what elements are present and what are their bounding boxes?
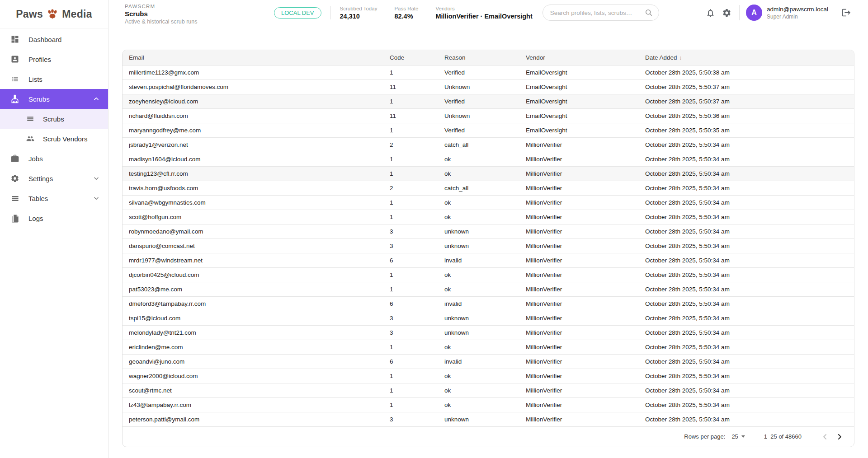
cell-email: danspurio@comcast.net: [123, 238, 383, 253]
pagination-prev-button[interactable]: [818, 430, 832, 444]
pagination-next-button[interactable]: [832, 430, 847, 444]
cell-code: 1: [383, 340, 438, 354]
cell-date: October 28th 2025, 5:50:34 am: [639, 137, 854, 152]
settings-gear-icon[interactable]: [718, 5, 735, 21]
stat-label: Pass Rate: [394, 6, 418, 11]
cell-email: dmeford3@tampabay.rr.com: [123, 296, 383, 311]
cell-code: 1: [383, 195, 438, 210]
cell-code: 1: [383, 210, 438, 224]
cell-reason: ok: [438, 267, 519, 282]
table-row[interactable]: jsbrady1@verizon.net2catch_allMillionVer…: [123, 137, 854, 152]
sidebar-nav: Dashboard Profiles Lists Scrubs: [0, 28, 108, 228]
table-row[interactable]: richard@fluiddsn.com11UnknownEmailOversi…: [123, 108, 854, 123]
table-row[interactable]: maryanngodfrey@me.com1VerifiedEmailOvers…: [123, 123, 854, 137]
notifications-bell-icon[interactable]: [702, 5, 718, 21]
sidebar-item-profiles[interactable]: Profiles: [0, 49, 108, 69]
table-row[interactable]: madisyn1604@icloud.com1okMillionVerifier…: [123, 152, 854, 166]
table-row[interactable]: peterson.patti@ymail.com3unknownMillionV…: [123, 412, 854, 426]
cell-date: October 28th 2025, 5:50:38 am: [639, 65, 854, 79]
cell-code: 1: [383, 267, 438, 282]
cell-code: 1: [383, 166, 438, 181]
table-row[interactable]: zoeyhensley@icloud.com1VerifiedEmailOver…: [123, 94, 854, 108]
cell-vendor: MillionVerifier: [519, 311, 639, 325]
sidebar: Paws Media Dashboard Profiles: [0, 0, 108, 458]
column-header-reason[interactable]: Reason: [438, 50, 519, 65]
scrubs-table: Email Code Reason Vendor Date Added↓ mil…: [123, 50, 854, 427]
sidebar-item-label: Dashboard: [28, 36, 61, 43]
cell-code: 6: [383, 354, 438, 369]
cell-reason: invalid: [438, 253, 519, 267]
logo-text-right: Media: [62, 8, 92, 20]
column-header-date-added[interactable]: Date Added↓: [639, 50, 854, 65]
table-row[interactable]: lz43@tampabay.rr.com1okMillionVerifierOc…: [123, 397, 854, 412]
cell-code: 1: [383, 282, 438, 296]
table-row[interactable]: scott@hoffgun.com1okMillionVerifierOctob…: [123, 210, 854, 224]
rows-per-page-select[interactable]: 25: [731, 433, 745, 440]
cell-email: mrdr1977@windstream.net: [123, 253, 383, 267]
table-row[interactable]: silvana@wbgymnastics.com1okMillionVerifi…: [123, 195, 854, 210]
cell-code: 3: [383, 412, 438, 426]
cell-vendor: MillionVerifier: [519, 210, 639, 224]
sidebar-item-lists[interactable]: Lists: [0, 69, 108, 89]
chevron-up-icon: [93, 95, 100, 103]
sidebar-item-scrubs[interactable]: Scrubs: [0, 89, 108, 109]
table-row[interactable]: djcorbin0425@icloud.com1okMillionVerifie…: [123, 267, 854, 282]
stat-scrubbed-today: Scrubbed Today 24,310: [340, 6, 377, 20]
logo: Paws Media: [0, 0, 108, 28]
table-row[interactable]: mrdr1977@windstream.net6invalidMillionVe…: [123, 253, 854, 267]
cell-vendor: MillionVerifier: [519, 383, 639, 397]
logout-icon[interactable]: [838, 5, 854, 21]
pagination-range: 1–25 of 48660: [764, 433, 802, 440]
cell-reason: unknown: [438, 311, 519, 325]
column-header-email[interactable]: Email: [123, 50, 383, 65]
sidebar-item-tables[interactable]: Tables: [0, 188, 108, 208]
cell-vendor: MillionVerifier: [519, 152, 639, 166]
cell-reason: ok: [438, 369, 519, 383]
cell-vendor: MillionVerifier: [519, 325, 639, 340]
table-row[interactable]: travis.horn@usfoods.com2catch_allMillion…: [123, 181, 854, 195]
table-row[interactable]: ericlinden@me.com1okMillionVerifierOctob…: [123, 340, 854, 354]
avatar[interactable]: A: [746, 5, 762, 21]
cell-vendor: EmailOversight: [519, 79, 639, 94]
cell-vendor: MillionVerifier: [519, 267, 639, 282]
sidebar-item-jobs[interactable]: Jobs: [0, 149, 108, 168]
search-input[interactable]: [550, 9, 644, 16]
cell-date: October 28th 2025, 5:50:34 am: [639, 296, 854, 311]
sidebar-item-logs[interactable]: Logs: [0, 208, 108, 228]
cell-email: tspi15@icloud.com: [123, 311, 383, 325]
table-row[interactable]: scout@rtmc.net1okMillionVerifierOctober …: [123, 383, 854, 397]
table-row[interactable]: geoandvi@juno.com6invalidMillionVerifier…: [123, 354, 854, 369]
cell-date: October 28th 2025, 5:50:37 am: [639, 94, 854, 108]
cell-code: 6: [383, 253, 438, 267]
table-row[interactable]: wagner2000@icloud.com1okMillionVerifierO…: [123, 369, 854, 383]
sidebar-subitem-label: Scrubs: [43, 115, 64, 123]
cell-reason: unknown: [438, 224, 519, 238]
sidebar-item-dashboard[interactable]: Dashboard: [0, 29, 108, 49]
table-header-row: Email Code Reason Vendor Date Added↓: [123, 50, 854, 65]
table-row[interactable]: danspurio@comcast.net3unknownMillionVeri…: [123, 238, 854, 253]
table-row[interactable]: melondylady@tnt21.com3unknownMillionVeri…: [123, 325, 854, 340]
table-row[interactable]: millertime1123@gmx.com1VerifiedEmailOver…: [123, 65, 854, 79]
chevron-down-icon: [93, 195, 100, 202]
scrubs-table-card: Email Code Reason Vendor Date Added↓ mil…: [122, 50, 854, 447]
chevron-down-icon: [93, 175, 100, 182]
cell-reason: ok: [438, 195, 519, 210]
table-row[interactable]: testing123@cfl.rr.com1okMillionVerifierO…: [123, 166, 854, 181]
table-row[interactable]: dmeford3@tampabay.rr.com6invalidMillionV…: [123, 296, 854, 311]
sidebar-subitem-scrub-vendors[interactable]: Scrub Vendors: [0, 129, 108, 149]
cell-vendor: MillionVerifier: [519, 397, 639, 412]
people-icon: [26, 134, 35, 143]
cell-date: October 28th 2025, 5:50:34 am: [639, 152, 854, 166]
search-icon[interactable]: [644, 8, 653, 17]
table-row[interactable]: robynmoedano@ymail.com3unknownMillionVer…: [123, 224, 854, 238]
sidebar-item-label: Jobs: [28, 155, 43, 163]
stat-vendors: Vendors MillionVerifier · EmailOversight: [435, 6, 532, 20]
sidebar-subitem-scrubs[interactable]: Scrubs: [0, 109, 108, 129]
table-row[interactable]: steven.pospichal@floridamoves.com11Unkno…: [123, 79, 854, 94]
column-header-code[interactable]: Code: [383, 50, 438, 65]
table-row[interactable]: tspi15@icloud.com3unknownMillionVerifier…: [123, 311, 854, 325]
sidebar-item-settings[interactable]: Settings: [0, 168, 108, 188]
table-row[interactable]: pat53023@me.com1okMillionVerifierOctober…: [123, 282, 854, 296]
cell-date: October 28th 2025, 5:50:34 am: [639, 311, 854, 325]
column-header-vendor[interactable]: Vendor: [519, 50, 639, 65]
